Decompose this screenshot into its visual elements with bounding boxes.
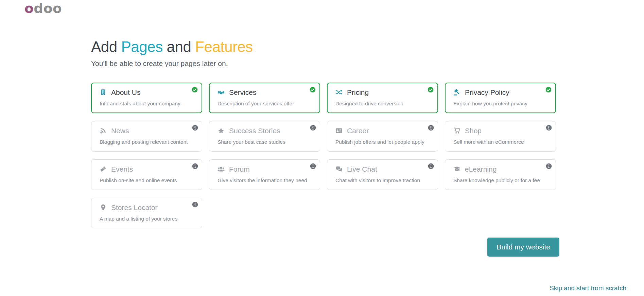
- page-subtitle: You'll be able to create your pages late…: [91, 59, 559, 68]
- info-circle-icon: [192, 201, 198, 208]
- info-circle-icon: [545, 163, 552, 170]
- card-label: Shop: [465, 127, 482, 135]
- page-card-stores-locator[interactable]: Stores Locator A map and a listing of yo…: [91, 198, 202, 228]
- card-description: A map and a listing of your stores: [100, 216, 188, 222]
- card-description: Sell more with an eCommerce: [453, 139, 542, 145]
- check-circle-icon: [191, 86, 198, 93]
- card-label: Services: [229, 88, 257, 96]
- info-circle-icon: [192, 124, 198, 131]
- check-circle-icon: [309, 86, 316, 93]
- card-label: Privacy Policy: [465, 88, 509, 96]
- card-label: Success Stories: [229, 127, 280, 135]
- card-description: Info and stats about your company: [100, 101, 188, 107]
- shuffle-icon: [335, 89, 343, 96]
- card-label: Career: [347, 127, 369, 135]
- page-card-elearning[interactable]: eLearning Share knowledge publicly or fo…: [445, 159, 556, 190]
- address-card-icon: [335, 127, 343, 135]
- star-icon: [217, 127, 225, 135]
- check-circle-icon: [545, 86, 552, 93]
- page-card-services[interactable]: Services Description of your services of…: [209, 83, 320, 113]
- page-card-events[interactable]: Events Publish on-site and online events: [91, 159, 202, 190]
- card-description: Publish on-site and online events: [100, 177, 188, 184]
- onboarding-content: Add Pages and Features You'll be able to…: [91, 0, 559, 257]
- info-circle-icon: [545, 124, 552, 131]
- skip-and-start-from-scratch-link[interactable]: Skip and start from scratch: [550, 284, 626, 292]
- ticket-icon: [100, 166, 107, 173]
- actions-row: Build my website: [91, 238, 559, 257]
- card-description: Description of your services offer: [217, 101, 306, 107]
- building-icon: [100, 89, 107, 96]
- info-circle-icon: [310, 124, 316, 131]
- card-label: Events: [111, 165, 133, 173]
- card-label: Forum: [229, 165, 250, 173]
- comments-icon: [335, 166, 343, 173]
- shopping-cart-icon: [453, 127, 460, 135]
- page-card-shop[interactable]: Shop Sell more with an eCommerce: [445, 121, 556, 152]
- graduation-cap-icon: [453, 166, 460, 173]
- info-circle-icon: [428, 124, 434, 131]
- card-label: Pricing: [347, 88, 369, 96]
- info-circle-icon: [310, 163, 316, 170]
- build-my-website-button[interactable]: Build my website: [487, 238, 559, 257]
- page-card-success-stories[interactable]: Success Stories Share your best case stu…: [209, 121, 320, 152]
- page-card-news[interactable]: News Blogging and posting relevant conte…: [91, 121, 202, 152]
- page-title: Add Pages and Features: [91, 38, 559, 56]
- card-label: News: [111, 127, 129, 135]
- page-card-forum[interactable]: Forum Give visitors the information they…: [209, 159, 320, 190]
- info-circle-icon: [428, 163, 434, 170]
- title-add: Add: [91, 38, 121, 55]
- page-card-pricing[interactable]: Pricing Designed to drive conversion: [327, 83, 438, 113]
- card-description: Blogging and posting relevant content: [100, 139, 188, 145]
- title-features: Features: [195, 38, 253, 55]
- card-description: Designed to drive conversion: [335, 101, 424, 107]
- odoo-logo-first-letter: o: [24, 1, 34, 16]
- card-label: Live Chat: [347, 165, 377, 173]
- card-description: Share your best case studies: [217, 139, 306, 145]
- page-card-about-us[interactable]: About Us Info and stats about your compa…: [91, 83, 202, 113]
- card-description: Share knowledge publicly or for a fee: [453, 177, 542, 184]
- users-icon: [217, 166, 225, 173]
- page-card-career[interactable]: Career Publish job offers and let people…: [327, 121, 438, 152]
- page-card-privacy-policy[interactable]: Privacy Policy Explain how you protect p…: [445, 83, 556, 113]
- card-description: Give visitors the information they need: [217, 177, 306, 184]
- map-marker-icon: [100, 204, 107, 211]
- card-label: eLearning: [465, 165, 497, 173]
- odoo-logo: odoo: [24, 1, 62, 16]
- page-card-live-chat[interactable]: Live Chat Chat with visitors to improve …: [327, 159, 438, 190]
- pages-grid: About Us Info and stats about your compa…: [91, 83, 556, 228]
- rss-icon: [100, 127, 107, 135]
- card-description: Chat with visitors to improve traction: [335, 177, 424, 184]
- title-and: and: [163, 38, 195, 55]
- card-description: Publish job offers and let people apply: [335, 139, 424, 145]
- check-circle-icon: [427, 86, 434, 93]
- handshake-icon: [217, 89, 225, 96]
- card-label: About Us: [111, 88, 140, 96]
- gavel-icon: [453, 89, 460, 96]
- card-label: Stores Locator: [111, 204, 158, 211]
- card-description: Explain how you protect privacy: [453, 101, 542, 107]
- info-circle-icon: [192, 163, 198, 170]
- title-pages: Pages: [121, 38, 163, 55]
- odoo-logo-rest: doo: [34, 1, 62, 16]
